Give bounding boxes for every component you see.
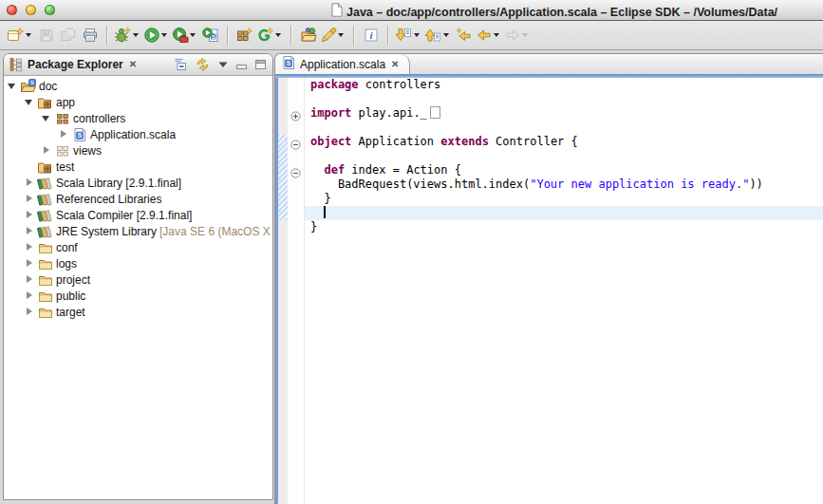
close-window-button[interactable] [7, 5, 17, 15]
debug-button[interactable] [113, 24, 142, 47]
tree-item-project[interactable]: project [4, 271, 272, 288]
source-folder-icon [37, 159, 53, 175]
code-line: object Application extends Controller { [310, 135, 823, 149]
tree-item-views[interactable]: views [4, 142, 272, 159]
tree-item-conf[interactable]: conf [4, 239, 272, 255]
annotation-ruler[interactable] [278, 78, 288, 504]
expand-arrow-icon[interactable] [42, 145, 51, 156]
expand-arrow-icon[interactable] [25, 258, 34, 269]
package-icon [54, 111, 70, 126]
tree-item-scala-compiler-2-9-1-final[interactable]: Scala Compiler [2.9.1.final] [4, 207, 272, 223]
highlighter-button[interactable] [319, 24, 347, 47]
expand-arrow-icon[interactable] [25, 274, 34, 285]
print-icon [82, 27, 99, 44]
toolbar-separator [106, 26, 107, 46]
svg-text:S: S [30, 80, 34, 85]
expand-arrow-icon[interactable] [25, 177, 34, 188]
source-folder-icon [37, 95, 53, 110]
dropdown-arrow-icon[interactable] [26, 33, 31, 37]
debug-icon [114, 27, 132, 44]
package-explorer-tab[interactable]: Package Explorer [28, 58, 123, 71]
code-line [310, 149, 823, 163]
pe-toolbar [173, 57, 267, 72]
view-menu-button[interactable] [217, 60, 229, 69]
tree-item-public[interactable]: public [4, 288, 272, 304]
tree-item-jre-system-library[interactable]: JRE System Library[Java SE 6 (MacOS X De… [4, 223, 272, 239]
dropdown-arrow-icon[interactable] [190, 33, 196, 37]
save-all-button [57, 24, 79, 47]
code-line: import play.api._ [310, 106, 823, 121]
new-g-wizard-icon [256, 27, 274, 44]
zoom-window-button[interactable] [45, 5, 55, 15]
dropdown-arrow-icon[interactable] [494, 33, 499, 37]
dropdown-arrow-icon[interactable] [443, 33, 449, 37]
dropdown-arrow-icon[interactable] [133, 33, 139, 37]
eclipse-window: Java – doc/app/controllers/Application.s… [0, 0, 823, 504]
expand-arrow-icon[interactable] [25, 210, 34, 220]
code-editor[interactable]: package controllersimport play.api._obje… [305, 78, 823, 504]
code-line [310, 92, 823, 106]
tree-item-controllers[interactable]: controllers [4, 110, 272, 126]
back-button[interactable] [475, 24, 503, 47]
tree-item-label: doc [39, 80, 57, 93]
fold-collapse-icon[interactable] [290, 137, 301, 154]
minimize-window-button[interactable] [26, 5, 36, 15]
dropdown-arrow-icon[interactable] [338, 33, 344, 37]
code-line: } [310, 192, 823, 206]
dropdown-arrow-icon[interactable] [414, 33, 420, 37]
tree-item-scala-library-2-9-1-final[interactable]: Scala Library [2.9.1.final] [4, 175, 272, 191]
expand-arrow-icon[interactable] [25, 242, 34, 252]
expand-arrow-icon[interactable] [25, 307, 34, 317]
highlighter-icon [320, 27, 337, 44]
tree-item-label: views [73, 144, 102, 158]
run-scala-application-button[interactable]: S [199, 24, 221, 47]
next-annotation-button[interactable] [394, 24, 423, 47]
link-with-editor-button[interactable] [195, 57, 211, 72]
tree-item-app[interactable]: app [4, 94, 272, 110]
package-explorer-tree[interactable]: SdocappcontrollersSApplication.scalaview… [4, 76, 272, 500]
fold-expand-icon[interactable] [290, 108, 301, 125]
new-button[interactable] [6, 24, 35, 47]
run-button[interactable] [142, 24, 171, 47]
title-bar[interactable]: Java – doc/app/controllers/Application.s… [0, 0, 823, 21]
info-toggle-icon: i [363, 27, 380, 44]
minimize-view-button[interactable] [235, 59, 248, 70]
tree-item-referenced-libraries[interactable]: Referenced Libraries [4, 191, 272, 207]
tree-item-application-scala[interactable]: SApplication.scala [4, 126, 272, 142]
tree-item-logs[interactable]: logs [4, 255, 272, 271]
package-explorer-close-icon[interactable]: ✕ [127, 60, 139, 69]
run-external-tools-button[interactable] [171, 24, 199, 47]
expand-arrow-icon[interactable] [25, 226, 34, 236]
expand-arrow-icon[interactable] [59, 129, 68, 140]
toggle-mark-occurrences-button[interactable]: i [360, 24, 382, 47]
folded-region-box[interactable] [430, 106, 440, 119]
expand-arrow-icon[interactable] [25, 97, 34, 107]
dropdown-arrow-icon[interactable] [275, 33, 281, 37]
dropdown-arrow-icon[interactable] [161, 33, 167, 37]
editor-tab-close-icon[interactable]: ✕ [389, 60, 401, 69]
tree-item-decoration: [Java SE 6 (MacOS X Def [159, 225, 272, 238]
expand-arrow-icon[interactable] [25, 290, 34, 301]
new-java-package-button[interactable] [234, 24, 255, 47]
print-button[interactable] [79, 24, 101, 47]
editor-tab-strip: S Application.scala ✕ [275, 54, 823, 74]
tree-item-test[interactable]: test [4, 159, 272, 175]
expand-arrow-icon[interactable] [25, 194, 34, 204]
fold-ruler[interactable] [288, 78, 305, 504]
tree-item-doc[interactable]: Sdoc [4, 78, 272, 94]
expand-arrow-icon[interactable] [42, 113, 51, 123]
open-wizard-button[interactable] [297, 24, 319, 47]
previous-annotation-button[interactable] [423, 24, 453, 47]
last-edit-location-button[interactable] [453, 24, 475, 47]
tree-item-target[interactable]: target [4, 304, 272, 320]
dropdown-arrow-icon [522, 33, 528, 37]
save-button [35, 24, 57, 47]
maximize-view-button[interactable] [254, 59, 267, 70]
package-explorer-tab-strip: Package Explorer ✕ [4, 54, 272, 76]
new-wizard-g-button[interactable] [255, 24, 285, 47]
fold-collapse-icon[interactable] [290, 165, 301, 182]
collapse-all-button[interactable] [173, 57, 188, 72]
expand-arrow-icon[interactable] [8, 81, 17, 91]
tree-item-label: target [56, 306, 85, 319]
editor-tab-application-scala[interactable]: S Application.scala ✕ [275, 54, 410, 74]
